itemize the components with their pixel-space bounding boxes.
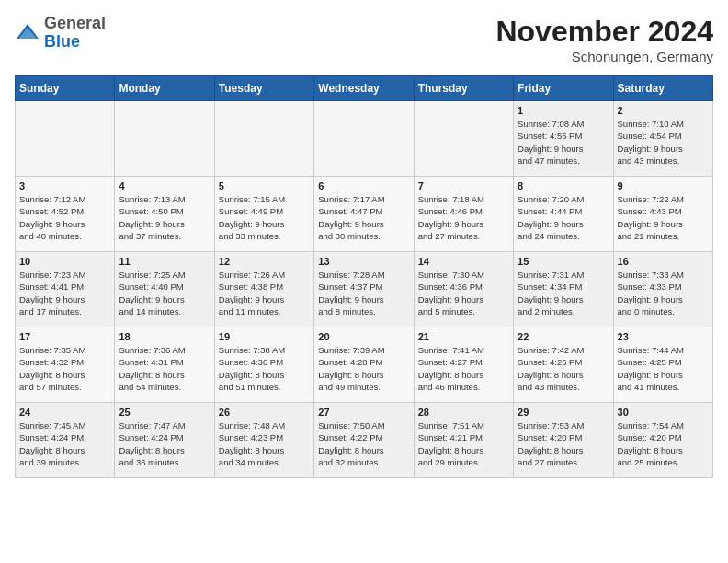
day-info: Sunrise: 7:30 AM Sunset: 4:36 PM Dayligh… — [418, 269, 509, 317]
day-number: 9 — [618, 180, 709, 191]
calendar-cell: 7Sunrise: 7:18 AM Sunset: 4:46 PM Daylig… — [414, 177, 513, 252]
day-number: 16 — [618, 256, 709, 267]
calendar-header-row: SundayMondayTuesdayWednesdayThursdayFrid… — [16, 76, 713, 101]
calendar-cell: 26Sunrise: 7:48 AM Sunset: 4:23 PM Dayli… — [214, 403, 313, 478]
day-number: 19 — [219, 331, 310, 342]
page-header: General Blue November 2024 Schonungen, G… — [15, 15, 713, 64]
day-number: 15 — [518, 256, 609, 267]
calendar-cell: 15Sunrise: 7:31 AM Sunset: 4:34 PM Dayli… — [514, 252, 613, 327]
day-number: 14 — [418, 256, 509, 267]
calendar-cell — [214, 101, 313, 177]
day-number: 24 — [19, 407, 110, 418]
calendar-cell: 21Sunrise: 7:41 AM Sunset: 4:27 PM Dayli… — [414, 327, 513, 403]
location: Schonungen, Germany — [495, 49, 713, 64]
day-number: 6 — [318, 180, 409, 191]
calendar-cell: 27Sunrise: 7:50 AM Sunset: 4:22 PM Dayli… — [314, 403, 414, 478]
logo-icon — [15, 20, 40, 46]
calendar-cell — [414, 101, 513, 177]
calendar-cell — [16, 101, 115, 177]
day-info: Sunrise: 7:25 AM Sunset: 4:40 PM Dayligh… — [119, 269, 210, 317]
calendar-week-row: 17Sunrise: 7:35 AM Sunset: 4:32 PM Dayli… — [16, 327, 713, 403]
day-info: Sunrise: 7:26 AM Sunset: 4:38 PM Dayligh… — [219, 269, 310, 317]
calendar-cell: 8Sunrise: 7:20 AM Sunset: 4:44 PM Daylig… — [514, 177, 613, 252]
calendar-cell: 1Sunrise: 7:08 AM Sunset: 4:55 PM Daylig… — [514, 101, 613, 177]
col-header-thursday: Thursday — [414, 76, 513, 101]
day-info: Sunrise: 7:41 AM Sunset: 4:27 PM Dayligh… — [418, 344, 509, 393]
day-info: Sunrise: 7:23 AM Sunset: 4:41 PM Dayligh… — [19, 269, 110, 317]
calendar-cell: 6Sunrise: 7:17 AM Sunset: 4:47 PM Daylig… — [314, 177, 414, 252]
calendar-cell: 20Sunrise: 7:39 AM Sunset: 4:28 PM Dayli… — [314, 327, 414, 403]
logo-blue-text: Blue — [44, 33, 106, 52]
calendar-cell: 5Sunrise: 7:15 AM Sunset: 4:49 PM Daylig… — [214, 177, 313, 252]
day-info: Sunrise: 7:15 AM Sunset: 4:49 PM Dayligh… — [219, 193, 310, 242]
day-number: 7 — [418, 180, 509, 191]
calendar-cell: 22Sunrise: 7:42 AM Sunset: 4:26 PM Dayli… — [514, 327, 613, 403]
day-number: 18 — [119, 331, 210, 342]
col-header-tuesday: Tuesday — [214, 76, 313, 101]
day-number: 10 — [19, 256, 110, 267]
day-number: 8 — [518, 180, 609, 191]
calendar-week-row: 10Sunrise: 7:23 AM Sunset: 4:41 PM Dayli… — [16, 252, 713, 327]
day-number: 30 — [618, 407, 709, 418]
day-number: 28 — [418, 407, 509, 418]
title-block: November 2024 Schonungen, Germany — [495, 15, 713, 64]
day-info: Sunrise: 7:33 AM Sunset: 4:33 PM Dayligh… — [618, 269, 709, 317]
day-number: 17 — [19, 331, 110, 342]
calendar-cell — [314, 101, 414, 177]
day-info: Sunrise: 7:20 AM Sunset: 4:44 PM Dayligh… — [518, 193, 609, 242]
day-number: 3 — [19, 180, 110, 191]
calendar-cell: 17Sunrise: 7:35 AM Sunset: 4:32 PM Dayli… — [16, 327, 115, 403]
day-info: Sunrise: 7:22 AM Sunset: 4:43 PM Dayligh… — [618, 193, 709, 242]
day-number: 5 — [219, 180, 310, 191]
day-number: 29 — [518, 407, 609, 418]
calendar-cell: 2Sunrise: 7:10 AM Sunset: 4:54 PM Daylig… — [613, 101, 712, 177]
day-info: Sunrise: 7:38 AM Sunset: 4:30 PM Dayligh… — [219, 344, 310, 393]
col-header-saturday: Saturday — [613, 76, 712, 101]
day-info: Sunrise: 7:51 AM Sunset: 4:21 PM Dayligh… — [418, 419, 509, 468]
calendar-cell: 25Sunrise: 7:47 AM Sunset: 4:24 PM Dayli… — [115, 403, 214, 478]
day-info: Sunrise: 7:44 AM Sunset: 4:25 PM Dayligh… — [618, 344, 709, 393]
day-number: 4 — [119, 180, 210, 191]
calendar-cell: 16Sunrise: 7:33 AM Sunset: 4:33 PM Dayli… — [613, 252, 712, 327]
day-number: 25 — [119, 407, 210, 418]
col-header-monday: Monday — [115, 76, 214, 101]
day-info: Sunrise: 7:36 AM Sunset: 4:31 PM Dayligh… — [119, 344, 210, 393]
day-number: 12 — [219, 256, 310, 267]
logo-text: General Blue — [44, 15, 106, 52]
day-number: 27 — [318, 407, 409, 418]
day-info: Sunrise: 7:08 AM Sunset: 4:55 PM Dayligh… — [518, 118, 609, 167]
day-info: Sunrise: 7:28 AM Sunset: 4:37 PM Dayligh… — [318, 269, 409, 317]
day-number: 23 — [618, 331, 709, 342]
month-title: November 2024 — [495, 15, 713, 49]
day-info: Sunrise: 7:50 AM Sunset: 4:22 PM Dayligh… — [318, 419, 409, 468]
calendar-cell: 18Sunrise: 7:36 AM Sunset: 4:31 PM Dayli… — [115, 327, 214, 403]
logo: General Blue — [15, 15, 106, 52]
day-info: Sunrise: 7:13 AM Sunset: 4:50 PM Dayligh… — [119, 193, 210, 242]
calendar-cell: 14Sunrise: 7:30 AM Sunset: 4:36 PM Dayli… — [414, 252, 513, 327]
day-info: Sunrise: 7:45 AM Sunset: 4:24 PM Dayligh… — [19, 419, 110, 468]
calendar-table: SundayMondayTuesdayWednesdayThursdayFrid… — [15, 75, 713, 478]
calendar-cell: 23Sunrise: 7:44 AM Sunset: 4:25 PM Dayli… — [613, 327, 712, 403]
calendar-week-row: 1Sunrise: 7:08 AM Sunset: 4:55 PM Daylig… — [16, 101, 713, 177]
col-header-sunday: Sunday — [16, 76, 115, 101]
day-number: 1 — [518, 105, 609, 116]
calendar-cell: 30Sunrise: 7:54 AM Sunset: 4:20 PM Dayli… — [613, 403, 712, 478]
day-info: Sunrise: 7:12 AM Sunset: 4:52 PM Dayligh… — [19, 193, 110, 242]
calendar-cell: 4Sunrise: 7:13 AM Sunset: 4:50 PM Daylig… — [115, 177, 214, 252]
calendar-cell: 3Sunrise: 7:12 AM Sunset: 4:52 PM Daylig… — [16, 177, 115, 252]
day-info: Sunrise: 7:42 AM Sunset: 4:26 PM Dayligh… — [518, 344, 609, 393]
day-number: 26 — [219, 407, 310, 418]
calendar-cell: 29Sunrise: 7:53 AM Sunset: 4:20 PM Dayli… — [514, 403, 613, 478]
day-number: 13 — [318, 256, 409, 267]
calendar-cell: 11Sunrise: 7:25 AM Sunset: 4:40 PM Dayli… — [115, 252, 214, 327]
day-number: 2 — [618, 105, 709, 116]
col-header-wednesday: Wednesday — [314, 76, 414, 101]
day-number: 22 — [518, 331, 609, 342]
col-header-friday: Friday — [514, 76, 613, 101]
calendar-cell: 10Sunrise: 7:23 AM Sunset: 4:41 PM Dayli… — [16, 252, 115, 327]
calendar-week-row: 24Sunrise: 7:45 AM Sunset: 4:24 PM Dayli… — [16, 403, 713, 478]
day-number: 11 — [119, 256, 210, 267]
calendar-cell: 19Sunrise: 7:38 AM Sunset: 4:30 PM Dayli… — [214, 327, 313, 403]
day-info: Sunrise: 7:10 AM Sunset: 4:54 PM Dayligh… — [618, 118, 709, 167]
day-info: Sunrise: 7:35 AM Sunset: 4:32 PM Dayligh… — [19, 344, 110, 393]
